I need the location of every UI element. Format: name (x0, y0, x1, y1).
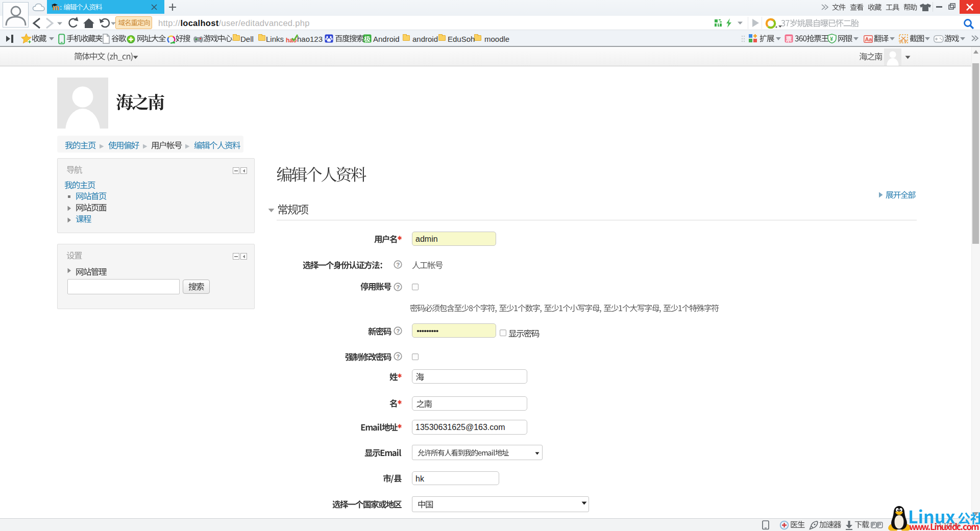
svg-text:?: ? (396, 284, 400, 290)
svg-text:?: ? (396, 353, 400, 360)
svg-text:¥: ¥ (830, 36, 834, 42)
svg-text:?: ? (396, 328, 400, 334)
svg-text:?: ? (396, 262, 400, 268)
svg-text:Aa: Aa (865, 36, 872, 42)
